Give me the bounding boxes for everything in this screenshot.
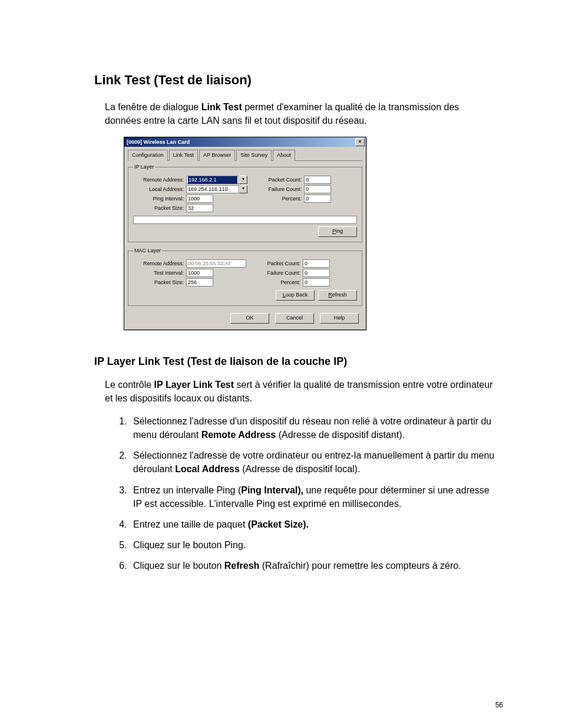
ip-layer-legend: IP Layer xyxy=(133,163,155,171)
mac-failure-count-value: 0 xyxy=(303,269,330,277)
tab-about[interactable]: About xyxy=(273,150,295,161)
mac-packet-count-label: Packet Count: xyxy=(257,260,303,268)
intro-paragraph: La fenêtre de dialogue Link Test permet … xyxy=(105,100,497,127)
tabs-row: Configuration Link Test AP Browser Site … xyxy=(128,149,362,161)
mac-percent-label: Percent: xyxy=(257,279,303,286)
mac-packet-size-input[interactable]: 256 xyxy=(186,278,213,286)
list-item: Cliquez sur le bouton Refresh (Rafraîchi… xyxy=(130,559,497,572)
mac-remote-address-input[interactable]: 00:06:25:55:33:AF xyxy=(186,259,246,268)
ping-button[interactable]: Ping xyxy=(318,226,357,237)
tab-configuration[interactable]: Configuration xyxy=(128,150,168,161)
remote-address-value: 192.168.2.1 xyxy=(188,176,237,184)
chevron-down-icon[interactable]: ▾ xyxy=(239,185,247,193)
intro-bold: Link Test xyxy=(201,102,242,112)
failure-count-value: 0 xyxy=(304,185,331,193)
test-interval-label: Test Interval: xyxy=(133,269,186,277)
list-item: Entrez un intervalle Ping (Ping Interval… xyxy=(130,483,497,510)
step6-a: Cliquez sur le bouton xyxy=(133,561,224,571)
tab-ap-browser[interactable]: AP Browser xyxy=(199,150,235,161)
step2-c: (Adresse de dispositif local). xyxy=(240,464,361,474)
cancel-button[interactable]: Cancel xyxy=(275,313,314,324)
ip-intro-b: IP Layer Link Test xyxy=(154,380,234,390)
step4-a: Entrez une taille de paquet xyxy=(133,519,248,529)
ip-intro-a: Le contrôle xyxy=(105,380,154,390)
mac-layer-legend: MAC Layer xyxy=(133,247,162,255)
test-interval-input[interactable]: 1000 xyxy=(186,269,213,277)
ip-layer-group: IP Layer Remote Address: 192.168.2.1 ▾ L… xyxy=(128,163,362,242)
step4-b: (Packet Size). xyxy=(248,519,309,529)
steps-list: Sélectionnez l'adresse d'un dispositif d… xyxy=(130,414,497,573)
step2-b: Local Address xyxy=(175,464,240,474)
local-address-combo[interactable]: 169.254.116.110 ▾ xyxy=(186,185,247,193)
percent-label: Percent: xyxy=(258,195,304,203)
ip-intro-paragraph: Le contrôle IP Layer Link Test sert à vé… xyxy=(105,378,497,405)
packet-count-label: Packet Count: xyxy=(258,176,304,184)
ok-button[interactable]: OK xyxy=(230,313,269,324)
mac-remote-address-label: Remote Address: xyxy=(133,260,186,268)
ip-progress-bar xyxy=(133,216,357,224)
ping-interval-input[interactable]: 1000 xyxy=(186,195,213,203)
mac-layer-group: MAC Layer Remote Address: 00:06:25:55:33… xyxy=(128,247,362,306)
local-address-label: Local Address: xyxy=(133,186,186,193)
step6-c: (Rafraîchir) pour remettre les compteurs… xyxy=(259,561,461,571)
tab-link-test[interactable]: Link Test xyxy=(169,150,198,161)
ping-interval-label: Ping Interval: xyxy=(133,195,186,203)
page-title: Link Test (Test de liaison) xyxy=(94,71,497,90)
tab-site-survey[interactable]: Site Survey xyxy=(236,150,272,161)
step1-b: Remote Address xyxy=(201,430,276,440)
local-address-value: 169.254.116.110 xyxy=(186,185,239,193)
step3-a: Entrez un intervalle Ping ( xyxy=(133,485,241,495)
packet-size-label: Packet Size: xyxy=(133,205,186,212)
remote-address-label: Remote Address: xyxy=(133,176,186,184)
chevron-down-icon[interactable]: ▾ xyxy=(239,176,247,184)
list-item: Sélectionnez l'adresse d'un dispositif d… xyxy=(130,414,497,442)
refresh-button[interactable]: Refresh xyxy=(318,290,357,301)
intro-text-a: La fenêtre de dialogue xyxy=(105,102,201,112)
percent-value: 0 xyxy=(304,195,331,203)
mac-packet-count-value: 0 xyxy=(303,259,330,268)
list-item: Sélectionnez l'adresse de votre ordinate… xyxy=(130,449,497,476)
help-button[interactable]: Help xyxy=(320,313,359,324)
close-icon[interactable]: × xyxy=(355,138,365,146)
list-item: Cliquez sur le bouton Ping. xyxy=(130,538,497,552)
packet-count-value: 0 xyxy=(304,176,331,184)
step6-b: Refresh xyxy=(224,561,260,571)
dialog-titlebar: [0009] Wireless Lan Card × xyxy=(124,137,366,147)
link-test-dialog: [0009] Wireless Lan Card × Configuration… xyxy=(124,137,366,330)
mac-packet-size-label: Packet Size: xyxy=(133,279,186,286)
remote-address-combo[interactable]: 192.168.2.1 ▾ xyxy=(186,176,247,184)
dialog-title: [0009] Wireless Lan Card xyxy=(127,139,190,146)
step1-c: (Adresse de dispositif distant). xyxy=(276,430,405,440)
packet-size-input[interactable]: 32 xyxy=(186,204,213,212)
mac-failure-count-label: Failure Count: xyxy=(257,269,303,277)
mac-percent-value: 0 xyxy=(303,278,330,286)
section-heading-ip-layer: IP Layer Link Test (Test de liaison de l… xyxy=(94,354,497,369)
failure-count-label: Failure Count: xyxy=(258,186,304,193)
step5: Cliquez sur le bouton Ping. xyxy=(133,540,246,550)
list-item: Entrez une taille de paquet (Packet Size… xyxy=(130,518,497,531)
step3-b: Ping Interval), xyxy=(241,485,303,495)
loopback-button[interactable]: Loop Back xyxy=(276,290,315,301)
